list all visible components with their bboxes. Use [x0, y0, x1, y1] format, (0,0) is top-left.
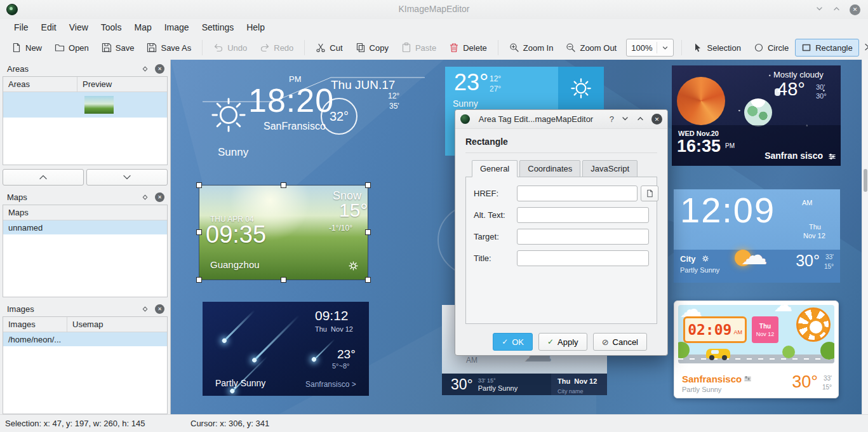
image-list-item[interactable]: /home/neon/...	[3, 332, 167, 346]
dialog-button-row: ✓ OK ✓ Apply ⊘ Cancel	[465, 324, 657, 351]
window-title: KImageMapEditor	[0, 4, 868, 14]
rectangle-tool-button[interactable]: Rectangle	[795, 39, 859, 57]
zoom-in-button[interactable]: Zoom In	[503, 39, 560, 57]
dialog-close-button[interactable]: ✕	[651, 114, 662, 125]
cancel-button[interactable]: ⊘ Cancel	[593, 333, 647, 351]
maps-float-button[interactable]	[142, 194, 149, 201]
close-button[interactable]: ✕	[850, 4, 860, 15]
circle-tool-button[interactable]: Circle	[747, 39, 795, 57]
maps-list[interactable]: unnamed	[3, 220, 167, 297]
cartoon-low: 15°	[822, 384, 832, 391]
space-card-footer: WED Nov.20 16:35 PM Sanfran sisco	[672, 125, 841, 166]
toolbar-separator	[681, 40, 682, 55]
images-close-button[interactable]: ✕	[155, 304, 164, 314]
bush-graphic	[782, 346, 795, 358]
minimize-button[interactable]	[815, 4, 824, 15]
image-path: /home/neon/...	[8, 335, 61, 344]
pale-hilo: 33' 15°	[478, 377, 517, 384]
redo-icon	[260, 43, 270, 53]
menu-settings[interactable]: Settings	[196, 20, 241, 35]
zoom-out-label: Zoom Out	[580, 43, 617, 53]
pale-period: AM	[466, 356, 477, 365]
title-input[interactable]	[517, 250, 649, 266]
map-list-item[interactable]: unnamed	[3, 220, 167, 234]
copy-button[interactable]: Copy	[349, 39, 395, 57]
selection-handle-ne[interactable]	[365, 182, 371, 188]
apply-button[interactable]: ✓ Apply	[538, 333, 587, 351]
target-input[interactable]	[517, 229, 649, 245]
cartoon-sky: ☁ ☁ 02:09 AM Thu Nov 12	[678, 305, 834, 363]
alt-text-input[interactable]	[517, 207, 649, 223]
cursor-status: Cursor: x: 306, y: 341	[190, 419, 269, 428]
menu-help[interactable]: Help	[240, 20, 271, 35]
dialog-minimize-button[interactable]	[621, 114, 629, 125]
maximize-button[interactable]	[832, 4, 841, 15]
areas-col-header[interactable]: Areas	[3, 79, 77, 89]
general-tab-panel: HREF: Alt. Text: Target: Title:	[465, 177, 657, 324]
tab-coordinates[interactable]: Coordinates	[519, 160, 580, 177]
open-button[interactable]: Open	[48, 39, 95, 57]
selection-tool-button[interactable]: Selection	[686, 39, 747, 57]
zoom-level-select[interactable]: 100%	[626, 39, 674, 57]
save-as-button[interactable]: Save As	[140, 39, 197, 57]
open-label: Open	[69, 43, 89, 53]
area-move-down-button[interactable]	[86, 169, 168, 186]
selection-handle-s[interactable]	[281, 277, 286, 283]
areas-list[interactable]	[3, 92, 167, 165]
images-panel: Images ✕ Images Usemap /home/neon/...	[3, 301, 168, 414]
scrollbar-thumb[interactable]	[864, 169, 867, 192]
areas-close-button[interactable]: ✕	[155, 64, 164, 74]
redo-button[interactable]: Redo	[253, 39, 300, 57]
ok-button[interactable]: ✓ OK	[493, 333, 533, 351]
selection-handle-e[interactable]	[365, 229, 371, 235]
toolbar-overflow-button[interactable]	[859, 41, 868, 55]
zoom-out-button[interactable]: Zoom Out	[559, 39, 623, 57]
tab-javascript[interactable]: JavaScript	[582, 160, 638, 177]
selection-handle-w[interactable]	[196, 229, 202, 235]
maps-col-header[interactable]: Maps	[3, 208, 34, 217]
menu-file[interactable]: File	[8, 20, 35, 35]
menu-tools[interactable]: Tools	[95, 20, 128, 35]
undo-button[interactable]: Undo	[207, 39, 253, 57]
pale-card-footer-right: Thu Nov 12 City name	[551, 374, 607, 395]
save-label: Save	[116, 43, 135, 53]
images-list[interactable]: /home/neon/...	[3, 332, 167, 414]
copy-label: Copy	[370, 43, 389, 53]
dialog-maximize-button[interactable]	[636, 114, 644, 125]
save-button[interactable]: Save	[95, 39, 141, 57]
delete-button[interactable]: Delete	[443, 39, 493, 57]
cut-button[interactable]: Cut	[309, 39, 349, 57]
area-move-up-button[interactable]	[3, 169, 84, 186]
blue-clock-low: 15°	[824, 263, 834, 270]
vertical-scrollbar[interactable]	[862, 60, 868, 414]
car-graphic	[706, 349, 730, 358]
selection-handle-nw[interactable]	[196, 182, 202, 188]
selection-handle-n[interactable]	[281, 182, 286, 188]
selection-handle-se[interactable]	[365, 277, 371, 283]
selection-handle-sw[interactable]	[196, 277, 202, 283]
tab-general[interactable]: General	[472, 160, 517, 177]
cartoon-city: Sanfransisco	[682, 374, 742, 384]
cloud-icon: ☁	[741, 240, 768, 271]
images-float-button[interactable]	[142, 306, 149, 313]
maps-close-button[interactable]: ✕	[155, 192, 164, 202]
menubar: File Edit View Tools Map Image Settings …	[0, 19, 868, 36]
href-input[interactable]	[517, 186, 638, 201]
guangzhou-temp: 15°	[339, 199, 368, 221]
images-col-header[interactable]: Images	[3, 320, 67, 329]
help-button[interactable]: ?	[610, 114, 614, 124]
menu-map[interactable]: Map	[128, 20, 157, 35]
menu-image[interactable]: Image	[158, 20, 196, 35]
usemap-col-header[interactable]: Usemap	[67, 320, 108, 329]
chevron-right-icon	[862, 42, 868, 52]
menu-edit[interactable]: Edit	[35, 20, 63, 35]
chevron-down-icon	[123, 174, 131, 180]
paste-button[interactable]: Paste	[395, 39, 443, 57]
dialog-titlebar[interactable]: Area Tag Edit...mageMapEditor ? ✕	[455, 110, 667, 129]
area-list-item[interactable]	[3, 92, 167, 118]
href-browse-button[interactable]	[641, 186, 658, 201]
preview-col-header[interactable]: Preview	[77, 79, 117, 89]
areas-float-button[interactable]	[142, 65, 149, 72]
new-button[interactable]: New	[5, 39, 48, 57]
menu-view[interactable]: View	[63, 20, 95, 35]
